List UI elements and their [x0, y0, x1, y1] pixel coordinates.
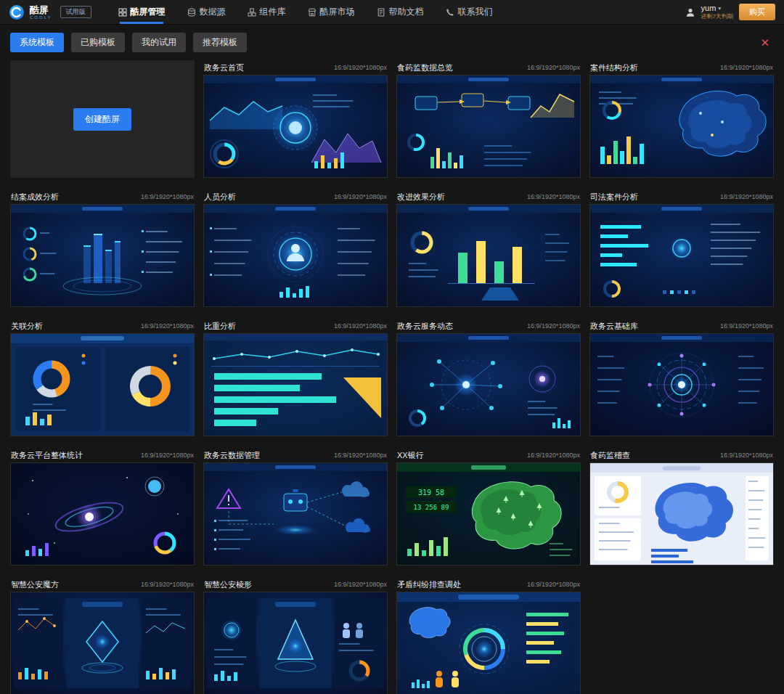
- close-button[interactable]: ✕: [756, 36, 774, 49]
- template-thumbnail[interactable]: [203, 462, 388, 566]
- template-card[interactable]: 改进效果分析16:9/1920*1080px: [396, 189, 581, 307]
- template-title: 智慧公安魔方: [11, 579, 59, 590]
- template-tabs-bar: 系统模板已购模板我的试用推荐模板 ✕: [0, 25, 784, 59]
- template-card-header: 政务云平台整体统计16:9/1920*1080px: [10, 448, 195, 462]
- template-thumbnail[interactable]: [396, 333, 581, 436]
- trial-badge: 试用版: [60, 6, 91, 18]
- template-resolution: 16:9/1920*1080px: [720, 193, 773, 200]
- template-thumbnail[interactable]: [203, 592, 388, 694]
- component-library-icon: [248, 8, 256, 17]
- template-card-header: 政务云数据管理16:9/1920*1080px: [203, 448, 388, 462]
- nav-item-label: 酷屏管理: [131, 6, 166, 18]
- template-card-header: 改进效果分析16:9/1920*1080px: [396, 189, 581, 204]
- nav-item-contact[interactable]: 联系我们: [435, 0, 504, 24]
- template-card[interactable]: 智慧公安棱形16:9/1920*1080px: [203, 577, 388, 694]
- nav-item-component-library[interactable]: 组件库: [237, 0, 297, 24]
- template-card-header: 智慧公安棱形16:9/1920*1080px: [203, 577, 388, 592]
- template-thumbnail[interactable]: [396, 592, 581, 694]
- template-resolution: 16:9/1920*1080px: [334, 452, 387, 459]
- template-card[interactable]: 智慧公安魔方16:9/1920*1080px: [10, 577, 195, 694]
- nav-item-label: 数据源: [200, 6, 226, 18]
- template-title: 政务云首页: [204, 62, 244, 73]
- template-title: 结案成效分析: [11, 192, 59, 203]
- logo-text: 酷屏: [30, 5, 52, 15]
- template-resolution: 16:9/1920*1080px: [334, 193, 387, 200]
- template-card-header: XX银行16:9/1920*1080px: [396, 448, 581, 462]
- template-title: 政务云平台整体统计: [11, 450, 83, 461]
- template-resolution: 16:9/1920*1080px: [141, 581, 194, 588]
- template-title: 改进效果分析: [397, 192, 445, 203]
- nav-item-label: 帮助文档: [389, 6, 424, 18]
- template-resolution: 16:9/1920*1080px: [720, 452, 773, 459]
- template-thumbnail[interactable]: [10, 592, 195, 694]
- template-card-header: 人员分析16:9/1920*1080px: [203, 189, 388, 204]
- nav-item-help-doc[interactable]: 帮助文档: [366, 0, 435, 24]
- svg-text:319 58: 319 58: [418, 489, 444, 497]
- template-card-header: 智慧公安魔方16:9/1920*1080px: [10, 577, 195, 592]
- template-title: 比重分析: [204, 321, 236, 332]
- template-card[interactable]: 比重分析16:9/1920*1080px: [203, 319, 388, 436]
- template-card[interactable]: 司法案件分析16:9/1920*1080px: [589, 189, 774, 307]
- template-card[interactable]: 食药监稽查16:9/1920*1080px: [589, 448, 774, 566]
- template-card[interactable]: 关联分析16:9/1920*1080px: [10, 319, 195, 436]
- template-card[interactable]: 政务云基础库16:9/1920*1080px: [589, 319, 774, 436]
- template-resolution: 16:9/1920*1080px: [720, 64, 773, 71]
- screen-manage-icon: [118, 8, 127, 17]
- template-title: 矛盾纠纷排查调处: [397, 579, 461, 590]
- template-card[interactable]: 政务云数据管理16:9/1920*1080px: [203, 448, 388, 566]
- template-card[interactable]: 案件结构分析16:9/1920*1080px: [589, 60, 774, 178]
- template-thumbnail[interactable]: [589, 333, 774, 436]
- main-nav: 酷屏管理数据源组件库酷屏市场帮助文档联系我们: [107, 0, 504, 24]
- datasource-icon: [187, 8, 196, 17]
- template-resolution: 16:9/1920*1080px: [334, 581, 387, 588]
- template-thumbnail[interactable]: [203, 75, 388, 178]
- template-thumbnail[interactable]: 319 5813 256 89: [396, 462, 581, 566]
- help-doc-icon: [377, 8, 385, 17]
- template-thumbnail[interactable]: [203, 204, 388, 307]
- tab-recommended-templates[interactable]: 推荐模板: [193, 33, 247, 52]
- template-card[interactable]: 政务云首页16:9/1920*1080px: [203, 60, 388, 178]
- nav-item-label: 组件库: [260, 6, 286, 18]
- template-resolution: 16:9/1920*1080px: [527, 193, 580, 200]
- user-menu[interactable]: yum▾ 还剩7天到期: [701, 4, 733, 20]
- template-title: 食药监数据总览: [397, 62, 453, 73]
- top-navbar: 酷屏 COOLY 试用版 酷屏管理数据源组件库酷屏市场帮助文档联系我们 yum▾…: [0, 0, 784, 25]
- tab-system-templates[interactable]: 系统模板: [10, 33, 64, 52]
- logo-subtext: COOLY: [30, 15, 52, 20]
- template-thumbnail[interactable]: [396, 75, 581, 178]
- nav-item-datasource[interactable]: 数据源: [176, 0, 237, 24]
- template-card[interactable]: 食药监数据总览16:9/1920*1080px: [396, 60, 581, 178]
- template-card[interactable]: 政务云平台整体统计16:9/1920*1080px: [10, 448, 195, 566]
- template-thumbnail[interactable]: [10, 462, 195, 566]
- template-card[interactable]: XX银行16:9/1920*1080px319 5813 256 89: [396, 448, 581, 566]
- template-thumbnail[interactable]: [589, 462, 774, 566]
- template-thumbnail[interactable]: [10, 204, 195, 307]
- nav-item-screen-manage[interactable]: 酷屏管理: [107, 0, 176, 24]
- template-thumbnail[interactable]: [203, 333, 388, 436]
- template-card[interactable]: 矛盾纠纷排查调处16:9/1920*1080px: [396, 577, 581, 694]
- template-resolution: 16:9/1920*1080px: [141, 193, 194, 200]
- template-resolution: 16:9/1920*1080px: [334, 322, 387, 330]
- buy-button[interactable]: 购买: [739, 4, 775, 20]
- nav-item-market[interactable]: 酷屏市场: [297, 0, 366, 24]
- template-resolution: 16:9/1920*1080px: [334, 64, 387, 71]
- template-card[interactable]: 人员分析16:9/1920*1080px: [203, 189, 388, 307]
- create-screen-button[interactable]: 创建酷屏: [73, 108, 131, 131]
- template-thumbnail[interactable]: [396, 204, 581, 307]
- app-logo: 酷屏 COOLY 试用版: [9, 0, 91, 24]
- template-thumbnail[interactable]: [10, 333, 195, 436]
- template-title: 关联分析: [11, 321, 43, 332]
- market-icon: [308, 8, 317, 17]
- template-title: 智慧公安棱形: [204, 579, 252, 590]
- template-card-header: 司法案件分析16:9/1920*1080px: [589, 189, 774, 204]
- template-card[interactable]: 结案成效分析16:9/1920*1080px: [10, 189, 195, 307]
- template-thumbnail[interactable]: [589, 204, 774, 307]
- template-thumbnail[interactable]: [589, 75, 774, 178]
- template-card-header: 政务云基础库16:9/1920*1080px: [589, 319, 774, 333]
- template-card[interactable]: 政务云服务动态16:9/1920*1080px: [396, 319, 581, 436]
- create-template-card[interactable]: 创建酷屏: [10, 60, 195, 178]
- tab-my-trial[interactable]: 我的试用: [132, 33, 186, 52]
- nav-item-label: 联系我们: [458, 6, 493, 18]
- user-avatar-icon: [685, 7, 695, 17]
- tab-purchased-templates[interactable]: 已购模板: [71, 33, 125, 52]
